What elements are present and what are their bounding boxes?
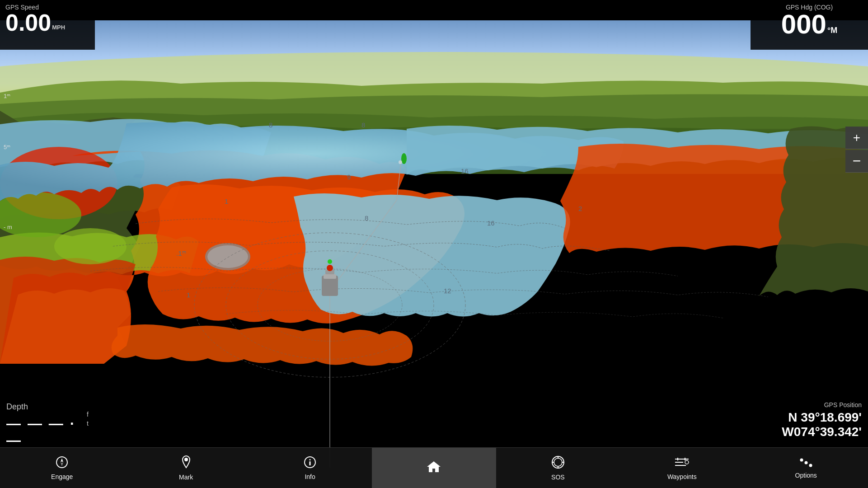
gps-speed-number: 0.00 [5,11,51,34]
pin-icon [180,455,192,472]
svg-point-16 [399,160,402,164]
map-view[interactable] [0,0,868,488]
nav-label-mark: Mark [179,474,193,481]
scale-label-5m: 5ᵐ [4,144,10,150]
depth-num-16a: 16 [461,167,469,175]
nav-item-options[interactable]: Options [744,448,868,488]
depth-num-8a: 8 [269,121,272,129]
compass-icon [55,455,69,471]
svg-point-13 [327,265,333,271]
svg-point-38 [809,464,812,467]
nav-label-engage: Engage [51,473,73,480]
nav-item-home[interactable] [372,448,496,488]
depth-num-12: 12 [444,287,451,295]
gps-hdg-number: 000 [781,11,826,38]
svg-point-20 [184,458,188,461]
gps-speed-value: 0.00 MPH [5,11,89,34]
waypoints-icon [674,455,690,471]
nav-label-options: Options [795,472,817,479]
svg-point-37 [804,461,807,464]
gps-hdg-unit: °M [827,26,837,34]
svg-point-36 [800,458,803,461]
nav-item-waypoints[interactable]: Waypoints [620,448,744,488]
zoom-in-button[interactable]: + [845,127,868,149]
bottom-nav: Engage Mark Info [0,447,868,488]
svg-marker-18 [61,458,63,462]
depth-num-1a: 1 [225,197,228,205]
gps-speed-unit: MPH [52,24,65,31]
gps-position-panel: GPS Position N 39°18.699' W074°39.342' [741,398,868,447]
depth-num-8c: 8 [365,214,368,222]
nav-item-info[interactable]: Info [248,448,372,488]
depth-panel: Depth f t — — — ·— [0,398,95,447]
nav-item-mark[interactable]: Mark [124,448,248,488]
sos-icon [551,455,565,472]
gps-hdg-value: 000 °M [756,11,863,38]
svg-point-4 [54,228,127,264]
scale-label-m: - m [4,224,12,230]
svg-rect-11 [324,274,336,279]
nav-label-sos: SOS [551,474,565,481]
zoom-controls: + − [845,127,868,173]
gps-speed-panel: GPS Speed 0.00 MPH [0,0,95,50]
svg-point-23 [310,459,311,460]
depth-num-16b: 16 [487,219,495,227]
nav-label-info: Info [305,473,315,480]
depth-num-9: 9 [347,173,351,181]
scale-label-1m: 1ᵐ [4,93,10,99]
gps-position-lat: N 39°18.699' [748,410,862,425]
nav-label-waypoints: Waypoints [667,473,697,480]
svg-point-25 [554,458,562,466]
nav-item-sos[interactable]: SOS [496,448,620,488]
zoom-out-button[interactable]: − [845,150,868,173]
home-icon [426,460,441,476]
map-container: GPS Speed 0.00 MPH GPS Hdg (COG) 000 °M … [0,0,868,488]
depth-num-2: 2 [578,205,582,212]
nav-item-engage[interactable]: Engage [0,448,124,488]
svg-rect-22 [310,461,311,465]
depth-num-8b: 8 [361,121,365,129]
gps-position-label: GPS Position [748,401,862,408]
depth-num-1b: 1 [187,291,190,299]
depth-unit: f t [87,410,89,428]
gps-hdg-panel: GPS Hdg (COG) 000 °M [751,0,868,50]
depth-num-01m: .1ᵐ [176,249,186,258]
info-icon [303,455,317,471]
options-icon [799,457,813,470]
svg-point-14 [328,259,332,264]
svg-marker-19 [61,462,63,466]
svg-point-6 [207,245,248,268]
depth-value: — — — ·— [6,415,89,449]
svg-point-33 [685,460,689,464]
depth-label: Depth [6,402,89,412]
gps-position-lon: W074°39.342' [748,425,862,439]
